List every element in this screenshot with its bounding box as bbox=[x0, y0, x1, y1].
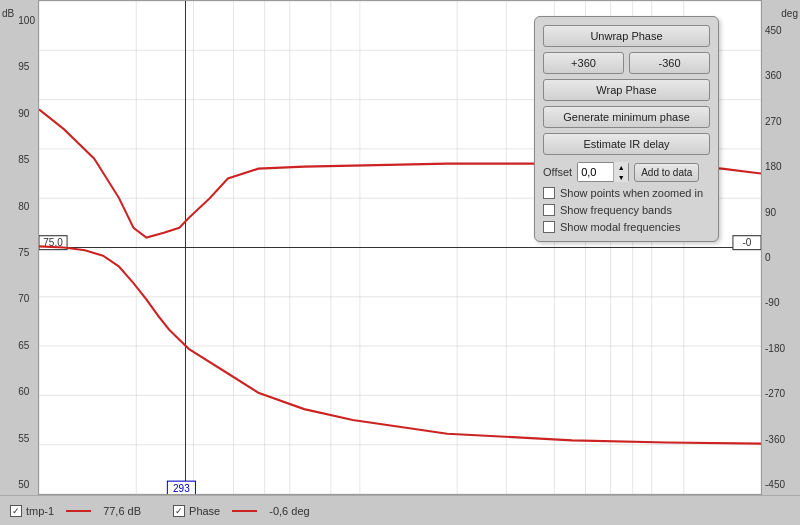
legend-2-value: -0,6 deg bbox=[269, 505, 309, 517]
y-right-n270: -270 bbox=[765, 389, 785, 399]
offset-row: Offset ▲ ▼ Add to data bbox=[543, 162, 710, 182]
y-right-n90: -90 bbox=[765, 298, 785, 308]
y-right-n180: -180 bbox=[765, 344, 785, 354]
offset-label: Offset bbox=[543, 166, 572, 178]
show-bands-label: Show frequency bands bbox=[560, 204, 672, 216]
y-left-100: 100 bbox=[18, 16, 35, 26]
show-bands-checkbox[interactable] bbox=[543, 204, 555, 216]
legend-item-1: tmp-1 bbox=[10, 505, 54, 517]
plus360-button[interactable]: +360 bbox=[543, 52, 624, 74]
y-right-90: 90 bbox=[765, 208, 785, 218]
wrap-phase-button[interactable]: Wrap Phase bbox=[543, 79, 710, 101]
generate-min-phase-button[interactable]: Generate minimum phase bbox=[543, 106, 710, 128]
phase-adjust-row: +360 -360 bbox=[543, 52, 710, 74]
y-right-0: 0 bbox=[765, 253, 785, 263]
legend-1-name: tmp-1 bbox=[26, 505, 54, 517]
legend-1-checkbox[interactable] bbox=[10, 505, 22, 517]
show-points-checkbox[interactable] bbox=[543, 187, 555, 199]
show-modal-row: Show modal frequencies bbox=[543, 221, 710, 233]
y-axis-left: 100 95 90 85 80 75 70 65 60 55 50 bbox=[0, 0, 38, 495]
y-left-60: 60 bbox=[18, 387, 35, 397]
y-right-180: 180 bbox=[765, 162, 785, 172]
legend-2-name: Phase bbox=[189, 505, 220, 517]
show-modal-label: Show modal frequencies bbox=[560, 221, 680, 233]
y-left-50: 50 bbox=[18, 480, 35, 490]
show-points-label: Show points when zoomed in bbox=[560, 187, 703, 199]
legend-item-2: Phase bbox=[173, 505, 220, 517]
offset-input-wrap: ▲ ▼ bbox=[577, 162, 629, 182]
unwrap-phase-button[interactable]: Unwrap Phase bbox=[543, 25, 710, 47]
offset-up-button[interactable]: ▲ bbox=[614, 162, 628, 172]
y-right-270: 270 bbox=[765, 117, 785, 127]
legend-2-line bbox=[232, 510, 257, 512]
svg-text:-0: -0 bbox=[743, 237, 752, 248]
main-container: dB deg 100 95 90 85 80 75 70 65 60 55 50 bbox=[0, 0, 800, 525]
offset-input[interactable] bbox=[578, 163, 613, 181]
y-right-360: 360 bbox=[765, 71, 785, 81]
show-bands-row: Show frequency bands bbox=[543, 204, 710, 216]
legend-1-value: 77,6 dB bbox=[103, 505, 141, 517]
minus360-button[interactable]: -360 bbox=[629, 52, 710, 74]
chart-wrapper[interactable]: 100 200 400 500 600 800 1k 2k 3k 4k 5k 6… bbox=[38, 0, 762, 495]
control-panel: Unwrap Phase +360 -360 Wrap Phase Genera… bbox=[534, 16, 719, 242]
add-to-data-button[interactable]: Add to data bbox=[634, 163, 699, 182]
show-points-row: Show points when zoomed in bbox=[543, 187, 710, 199]
y-left-95: 95 bbox=[18, 62, 35, 72]
offset-spin: ▲ ▼ bbox=[613, 162, 628, 182]
show-modal-checkbox[interactable] bbox=[543, 221, 555, 233]
offset-down-button[interactable]: ▼ bbox=[614, 172, 628, 182]
y-right-n360: -360 bbox=[765, 435, 785, 445]
y-left-65: 65 bbox=[18, 341, 35, 351]
y-left-55: 55 bbox=[18, 434, 35, 444]
y-left-75: 75 bbox=[18, 248, 35, 258]
y-right-450: 450 bbox=[765, 26, 785, 36]
y-left-90: 90 bbox=[18, 109, 35, 119]
y-left-70: 70 bbox=[18, 294, 35, 304]
estimate-ir-button[interactable]: Estimate IR delay bbox=[543, 133, 710, 155]
y-left-85: 85 bbox=[18, 155, 35, 165]
chart-area: dB deg 100 95 90 85 80 75 70 65 60 55 50 bbox=[0, 0, 800, 495]
y-right-n450: -450 bbox=[765, 480, 785, 490]
legend-1-line bbox=[66, 510, 91, 512]
y-axis-right: 450 360 270 180 90 0 -90 -180 -270 -360 … bbox=[762, 0, 800, 495]
y-left-80: 80 bbox=[18, 202, 35, 212]
legend-2-checkbox[interactable] bbox=[173, 505, 185, 517]
svg-text:293: 293 bbox=[173, 483, 190, 494]
bottom-legend-bar: tmp-1 77,6 dB Phase -0,6 deg bbox=[0, 495, 800, 525]
